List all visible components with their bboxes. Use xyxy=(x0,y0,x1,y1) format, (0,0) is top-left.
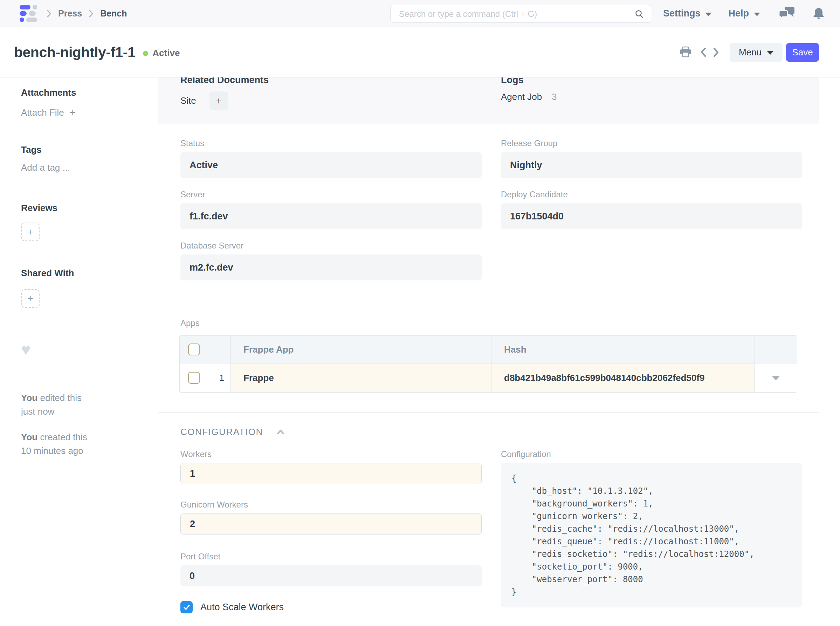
previous-document-icon[interactable] xyxy=(699,47,708,58)
select-all-checkbox[interactable] xyxy=(188,343,200,355)
chevron-right-icon xyxy=(88,9,94,18)
apps-table: Frappe App Hash 1 Frappe d8b421b49a8bf61… xyxy=(180,335,797,393)
gunicorn-workers-label: Gunicorn Workers xyxy=(180,500,482,509)
workers-input[interactable]: 1 xyxy=(180,463,482,484)
created-action: created this xyxy=(40,432,87,442)
agent-job-count: 3 xyxy=(552,91,557,102)
logs-heading: Logs xyxy=(501,77,802,86)
menu-button-label: Menu xyxy=(739,47,762,58)
add-share-button[interactable]: + xyxy=(21,289,40,308)
global-search xyxy=(390,5,651,23)
breadcrumb: Press Bench xyxy=(46,8,127,19)
row-serial: 1 xyxy=(219,373,224,383)
breadcrumb-item-bench[interactable]: Bench xyxy=(100,8,127,19)
configuration-json-label: Configuration xyxy=(501,450,802,459)
created-activity: You created this 10 minutes ago xyxy=(21,430,147,458)
menu-button[interactable]: Menu xyxy=(730,43,782,62)
configuration-section-toggle[interactable]: CONFIGURATION xyxy=(180,427,802,437)
gunicorn-workers-field: Gunicorn Workers 2 xyxy=(180,500,482,535)
port-offset-field: Port Offset 0 xyxy=(180,552,482,586)
chevron-down-icon xyxy=(705,13,712,16)
tags-heading: Tags xyxy=(21,144,147,155)
chevron-down-icon xyxy=(767,51,773,55)
print-icon[interactable] xyxy=(679,46,692,58)
edited-by: You xyxy=(21,393,37,403)
breadcrumb-item-press[interactable]: Press xyxy=(58,8,82,19)
column-header-frappe-app: Frappe App xyxy=(231,336,492,363)
save-button-label: Save xyxy=(792,47,813,58)
reviews-heading: Reviews xyxy=(21,203,147,213)
database-server-value: m2.fc.dev xyxy=(180,255,482,280)
form-dashboard: Related Documents Site + Logs Agent Job … xyxy=(158,77,819,124)
auto-scale-workers-field: Auto Scale Workers xyxy=(180,601,482,613)
hash-cell[interactable]: d8b421b49a8bf61c599b048140cbb2062fed50f9 xyxy=(504,372,704,383)
deploy-candidate-value: 167b1504d0 xyxy=(501,203,802,229)
logs-block: Logs Agent Job 3 xyxy=(501,77,802,124)
form-main: Related Documents Site + Logs Agent Job … xyxy=(158,77,819,626)
chevron-right-icon xyxy=(46,9,52,18)
like-heart-icon[interactable]: ♥ xyxy=(21,341,147,357)
help-menu[interactable]: Help xyxy=(728,8,760,19)
deploy-candidate-label: Deploy Candidate xyxy=(501,190,802,199)
status-indicator-dot xyxy=(143,51,148,56)
form-sidebar: Attachments Attach File + Tags Add a tag… xyxy=(0,77,158,626)
add-tag-placeholder: Add a tag ... xyxy=(21,162,70,173)
bell-icon[interactable] xyxy=(813,7,824,20)
app-logo-icon[interactable] xyxy=(20,5,37,22)
table-row: 1 Frappe d8b421b49a8bf61c599b048140cbb20… xyxy=(180,363,797,392)
site-link[interactable]: Site xyxy=(180,95,196,106)
chevron-down-icon xyxy=(772,376,780,380)
server-field: Server f1.fc.dev xyxy=(180,190,482,229)
page-title: bench-nightly-f1-1 xyxy=(14,44,135,61)
release-group-value: Nightly xyxy=(501,152,802,178)
deploy-candidate-field: Deploy Candidate 167b1504d0 xyxy=(501,190,802,229)
add-tag-input[interactable]: Add a tag ... xyxy=(21,162,147,173)
row-expand-button[interactable] xyxy=(755,363,797,392)
edited-activity: You edited this just now xyxy=(21,391,147,418)
row-checkbox[interactable] xyxy=(188,372,200,384)
workers-field: Workers 1 xyxy=(180,450,482,484)
related-documents-block: Related Documents Site + xyxy=(180,77,501,124)
attachments-heading: Attachments xyxy=(21,87,147,98)
port-offset-input[interactable]: 0 xyxy=(180,565,482,586)
add-review-button[interactable]: + xyxy=(21,222,40,241)
created-time: 10 minutes ago xyxy=(21,446,83,456)
configuration-json-editor[interactable]: { "db_host": "10.1.3.102", "background_w… xyxy=(501,463,802,607)
apps-section-label: Apps xyxy=(180,319,802,328)
gunicorn-workers-input[interactable]: 2 xyxy=(180,513,482,535)
chevron-down-icon xyxy=(754,13,760,16)
plus-icon: + xyxy=(27,227,33,238)
status-indicator-label: Active xyxy=(152,48,180,58)
help-label: Help xyxy=(728,8,749,19)
column-header-actions xyxy=(755,336,797,363)
settings-label: Settings xyxy=(663,8,701,19)
add-site-button[interactable]: + xyxy=(209,91,228,110)
plus-icon: + xyxy=(70,106,76,119)
chevron-up-icon xyxy=(276,429,285,435)
status-label: Status xyxy=(180,139,482,148)
edited-time: just now xyxy=(21,406,54,417)
attach-file-button[interactable]: Attach File + xyxy=(21,106,147,119)
apps-section: Apps Frappe App Hash 1 Frappe d8b421b49a… xyxy=(158,306,819,412)
shared-with-heading: Shared With xyxy=(21,268,147,279)
next-document-icon[interactable] xyxy=(712,47,721,58)
workers-label: Workers xyxy=(180,450,482,459)
agent-job-link[interactable]: Agent Job xyxy=(501,91,542,102)
frappe-app-cell[interactable]: Frappe xyxy=(244,372,274,383)
apps-table-header: Frappe App Hash xyxy=(180,336,797,363)
chat-icon[interactable] xyxy=(778,6,796,21)
edited-action: edited this xyxy=(40,393,82,403)
navbar-right: A Settings Help xyxy=(634,5,824,22)
attach-file-label: Attach File xyxy=(21,107,64,118)
search-input[interactable] xyxy=(390,9,635,19)
page-actions: Menu Save xyxy=(679,43,819,62)
auto-scale-workers-label: Auto Scale Workers xyxy=(200,602,284,613)
server-value: f1.fc.dev xyxy=(180,203,482,229)
created-by: You xyxy=(21,432,37,442)
auto-scale-workers-checkbox[interactable] xyxy=(180,601,193,613)
save-button[interactable]: Save xyxy=(786,43,819,62)
configuration-section: CONFIGURATION Workers 1 Gunicorn Workers… xyxy=(158,412,819,626)
configuration-heading: CONFIGURATION xyxy=(180,427,263,437)
settings-menu[interactable]: Settings xyxy=(663,8,712,19)
content: Attachments Attach File + Tags Add a tag… xyxy=(0,77,840,626)
